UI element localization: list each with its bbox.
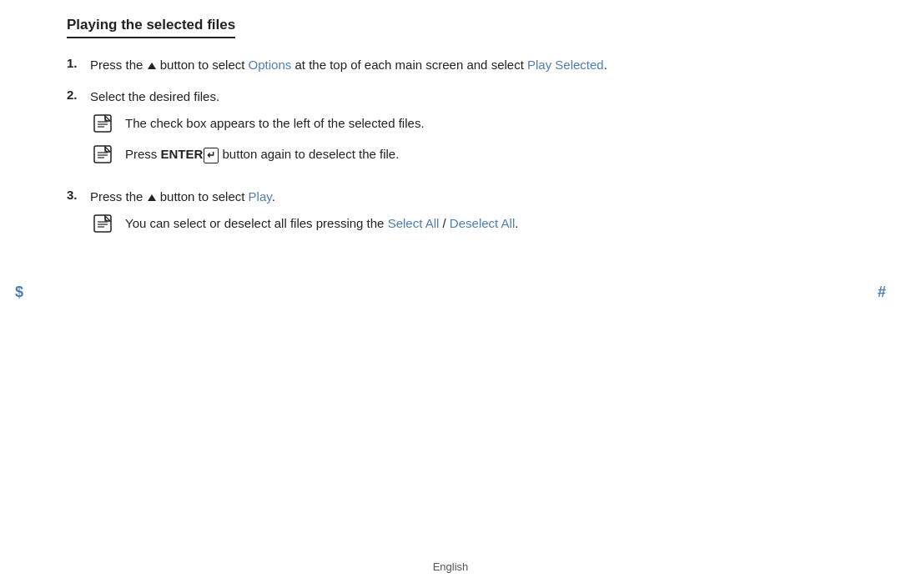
enter-symbol: ↵ [204,148,219,163]
step-3-text: Press the button to select Play. [90,189,275,204]
enter-bold: ENTER↵ [161,147,219,161]
note-2-1: The check box appears to the left of the… [93,113,834,139]
margin-marker-left: $ [15,284,23,301]
footer: English [0,560,901,573]
note-3-1: You can select or deselect all files pre… [93,214,834,239]
note-svg-2-1 [93,114,112,133]
options-link[interactable]: Options [249,58,292,72]
svg-rect-4 [94,146,111,163]
instruction-list: 1. Press the button to select Options at… [67,55,834,245]
step-1-content: Press the button to select Options at th… [90,55,834,75]
step-2-notes: The check box appears to the left of the… [90,113,834,170]
step-1: 1. Press the button to select Options at… [67,55,834,75]
note-3-1-text: You can select or deselect all files pre… [125,214,518,234]
deselect-all-link[interactable]: Deselect All [450,216,515,230]
triangle-icon-3 [148,194,156,201]
note-2-2-text: Press ENTER↵ button again to deselect th… [125,144,399,164]
triangle-icon-1 [148,63,156,69]
step-2-text: Select the desired files. [90,89,219,103]
note-svg-2-2 [93,145,112,163]
note-icon-2-2 [93,145,120,170]
step-3-content: Press the button to select Play. [90,187,834,244]
step-number-3: 3. [67,187,90,202]
step-1-text: Press the button to select Options at th… [90,58,607,72]
step-number-2: 2. [67,87,90,102]
step-3: 3. Press the button to select Play. [67,187,834,244]
select-all-link[interactable]: Select All [388,216,440,230]
step-2: 2. Select the desired files. [67,87,834,175]
note-svg-3-1 [93,214,112,233]
note-2-1-text: The check box appears to the left of the… [125,113,425,133]
note-icon-2-1 [93,114,120,139]
page-container: Playing the selected files 1. Press the … [0,0,901,274]
page-title: Playing the selected files [67,17,235,38]
step-number-1: 1. [67,55,90,70]
step-3-notes: You can select or deselect all files pre… [90,214,834,239]
svg-rect-0 [94,115,111,132]
footer-language: English [433,560,469,573]
margin-marker-right: # [878,284,886,301]
play-link[interactable]: Play [249,189,272,204]
note-2-2: Press ENTER↵ button again to deselect th… [93,144,834,170]
svg-rect-8 [94,215,111,232]
note-icon-3-1 [93,214,120,239]
step-2-content: Select the desired files. [90,87,834,175]
play-selected-link[interactable]: Play Selected [527,58,604,72]
